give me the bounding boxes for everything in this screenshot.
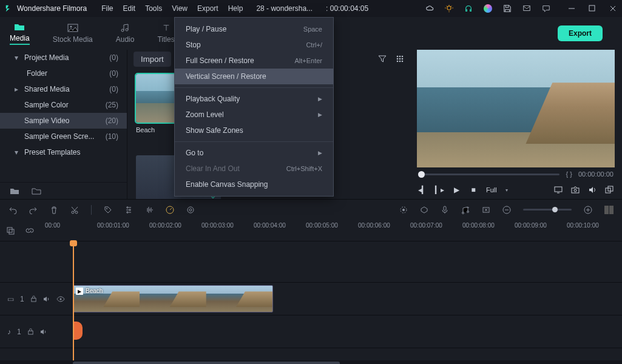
snapshot-icon[interactable] <box>571 186 580 194</box>
lightbulb-icon[interactable] <box>445 4 453 13</box>
svg-rect-34 <box>9 229 14 234</box>
crop-icon[interactable] <box>482 206 490 214</box>
menu-help[interactable]: Help <box>228 4 243 13</box>
video-track[interactable]: ▭1 ▶ Beach <box>0 283 622 315</box>
prev-frame-icon[interactable]: ◂▎ <box>418 186 427 194</box>
app-title: Wondershare Filmora <box>17 4 87 13</box>
visibility-icon[interactable] <box>56 296 65 302</box>
timeline-view-toggle[interactable] <box>604 206 614 214</box>
empty-track[interactable] <box>0 241 622 283</box>
close-icon[interactable] <box>609 4 617 13</box>
timeline-scrollbar[interactable] <box>0 360 622 364</box>
menu-item[interactable]: Go to▶ <box>175 145 333 161</box>
svg-point-4 <box>70 26 72 28</box>
sidebar-item-preset-templates[interactable]: ▾Preset Templates <box>0 144 127 160</box>
menu-tools[interactable]: Tools <box>145 4 162 13</box>
video-clip[interactable]: ▶ Beach <box>73 285 273 312</box>
record-icon[interactable] <box>399 206 408 214</box>
menu-edit[interactable]: Edit <box>123 4 136 13</box>
tab-media[interactable]: Media <box>10 22 30 45</box>
undo-icon[interactable] <box>8 206 17 214</box>
zoom-out-icon[interactable] <box>502 206 511 214</box>
import-button[interactable]: Import <box>134 52 171 67</box>
audio-track[interactable]: ♪1 <box>0 315 622 348</box>
svg-point-6 <box>399 56 401 58</box>
save-icon[interactable] <box>503 4 512 13</box>
svg-rect-2 <box>589 5 595 11</box>
sidebar-item-project-media[interactable]: ▾Project Media(0) <box>0 50 127 66</box>
step-back-icon[interactable]: ▎▸ <box>435 186 444 194</box>
zoom-slider[interactable] <box>523 209 572 211</box>
svg-point-10 <box>402 58 404 60</box>
grid-icon[interactable] <box>396 55 404 62</box>
project-tab[interactable]: 28 - wondersha... <box>256 4 313 13</box>
mute-icon[interactable] <box>40 328 47 335</box>
sidebar-item-sample-color[interactable]: Sample Color(25) <box>0 97 127 113</box>
adjust-icon[interactable] <box>124 206 133 214</box>
new-folder-outline-icon[interactable] <box>32 187 41 195</box>
maximize-icon[interactable] <box>588 4 597 13</box>
export-button[interactable]: Export <box>558 25 603 41</box>
preview-timecode: 00:00:00:00 <box>578 170 614 178</box>
popout-icon[interactable] <box>605 186 614 194</box>
menu-export[interactable]: Export <box>197 4 218 13</box>
mic-icon[interactable] <box>441 206 449 214</box>
mail-icon[interactable] <box>522 4 531 13</box>
ruler-tick: 00:00:02:00 <box>149 222 181 229</box>
lock-icon[interactable] <box>30 295 37 302</box>
menu-item[interactable]: Playback Quality▶ <box>175 91 333 107</box>
tab-titles[interactable]: Titles <box>157 23 174 44</box>
cloud-icon[interactable] <box>425 4 434 13</box>
menu-item[interactable]: StopCtrl+/ <box>175 37 333 53</box>
new-folder-solid-icon[interactable] <box>10 187 19 195</box>
delete-icon[interactable] <box>50 206 58 214</box>
cut-icon[interactable] <box>70 206 79 214</box>
stop-icon[interactable]: ■ <box>469 186 478 194</box>
display-icon[interactable] <box>554 186 563 194</box>
lock-icon[interactable] <box>27 328 34 335</box>
preview-canvas[interactable] <box>417 50 615 167</box>
audio-edge-handle[interactable] <box>73 322 83 340</box>
mute-icon[interactable] <box>43 295 50 303</box>
message-icon[interactable] <box>542 4 550 13</box>
zoom-in-icon[interactable] <box>584 206 592 214</box>
waveform-icon[interactable] <box>145 206 154 214</box>
play-icon[interactable]: ▶ <box>452 186 461 194</box>
timeline-layers-icon[interactable] <box>6 226 15 235</box>
menu-item[interactable]: Play / PauseSpace <box>175 21 333 37</box>
timeline-link-icon[interactable] <box>25 226 34 235</box>
marker-icon[interactable] <box>420 206 428 214</box>
menu-file[interactable]: File <box>101 4 113 13</box>
menu-item[interactable]: Vertical Screen / Restore <box>175 69 333 84</box>
color-icon[interactable] <box>186 206 195 214</box>
headphones-icon[interactable] <box>464 4 473 13</box>
redo-icon[interactable] <box>29 206 38 214</box>
menu-view[interactable]: View <box>172 4 188 13</box>
profile-icon[interactable] <box>484 4 492 13</box>
speed-icon[interactable] <box>166 206 174 214</box>
in-out-markers[interactable]: { } <box>566 170 572 178</box>
sidebar-item-folder[interactable]: Folder(0) <box>0 66 127 81</box>
sidebar-item-sample-green-screen[interactable]: Sample Green Scre...(10) <box>0 129 127 144</box>
svg-point-5 <box>397 56 399 58</box>
filter-icon[interactable] <box>378 55 387 63</box>
minimize-icon[interactable] <box>567 4 576 13</box>
menu-item: Clear In And OutCtrl+Shift+X <box>175 161 333 177</box>
volume-icon[interactable] <box>588 186 597 194</box>
sidebar-item-sample-video[interactable]: Sample Video(20) <box>0 113 127 129</box>
project-time: : 00:00:04:05 <box>326 4 368 13</box>
menu-item[interactable]: Enable Canvas Snapping <box>175 177 333 192</box>
audio-mix-icon[interactable] <box>461 206 470 214</box>
tab-stock-media[interactable]: Stock Media <box>53 23 93 44</box>
preview-scrubber[interactable] <box>418 174 559 175</box>
fit-dropdown[interactable]: Full <box>486 186 497 194</box>
timeline-ruler[interactable]: 00:0000:00:01:0000:00:02:0000:00:03:0000… <box>45 220 616 241</box>
menu-item[interactable]: Show Safe Zones <box>175 123 333 138</box>
sidebar-item-shared-media[interactable]: ▸Shared Media(0) <box>0 81 127 97</box>
tag-icon[interactable] <box>104 206 112 214</box>
menu-item[interactable]: Zoom Level▶ <box>175 107 333 123</box>
preview-panel: { } 00:00:00:00 ◂▎ ▎▸ ▶ ■ Full▾ <box>410 50 622 199</box>
tab-audio[interactable]: Audio <box>116 23 135 44</box>
playhead[interactable] <box>73 241 74 360</box>
menu-item[interactable]: Full Screen / RestoreAlt+Enter <box>175 53 333 69</box>
